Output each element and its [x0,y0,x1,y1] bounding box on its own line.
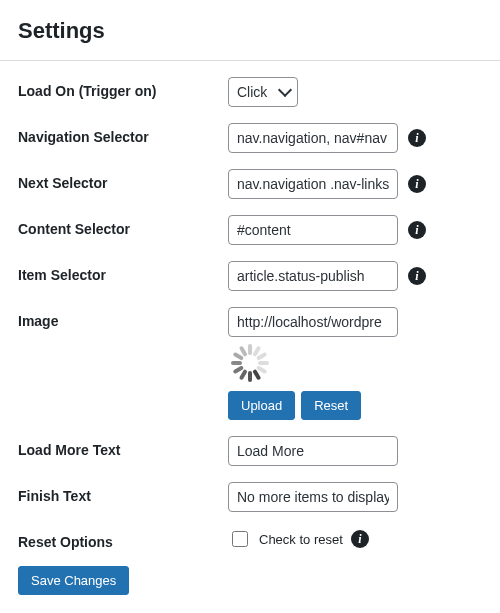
reset-checkbox-label: Check to reset [259,532,343,547]
label-content-selector: Content Selector [18,215,228,237]
load-more-text-input[interactable] [228,436,398,466]
row-navigation-selector: Navigation Selector i [18,123,482,153]
row-item-selector: Item Selector i [18,261,482,291]
loading-spinner-icon [230,343,270,383]
row-reset-options: Reset Options Check to reset i [18,528,482,550]
row-next-selector: Next Selector i [18,169,482,199]
content-selector-input[interactable] [228,215,398,245]
divider [0,60,500,61]
load-on-select[interactable]: Click [228,77,298,107]
reset-image-button[interactable]: Reset [301,391,361,420]
label-reset-options: Reset Options [18,528,228,550]
info-icon[interactable]: i [408,221,426,239]
label-next-selector: Next Selector [18,169,228,191]
row-finish-text: Finish Text [18,482,482,512]
row-image: Image Upload Reset [18,307,482,420]
label-load-more-text: Load More Text [18,436,228,458]
label-navigation-selector: Navigation Selector [18,123,228,145]
item-selector-input[interactable] [228,261,398,291]
row-content-selector: Content Selector i [18,215,482,245]
save-changes-button[interactable]: Save Changes [18,566,129,595]
load-on-select-wrap: Click [228,77,298,107]
finish-text-input[interactable] [228,482,398,512]
label-finish-text: Finish Text [18,482,228,504]
row-load-on: Load On (Trigger on) Click [18,77,482,107]
label-image: Image [18,307,228,329]
image-url-input[interactable] [228,307,398,337]
row-load-more-text: Load More Text [18,436,482,466]
reset-checkbox[interactable] [232,531,248,547]
page-title: Settings [18,18,482,44]
info-icon[interactable]: i [408,175,426,193]
navigation-selector-input[interactable] [228,123,398,153]
next-selector-input[interactable] [228,169,398,199]
info-icon[interactable]: i [408,129,426,147]
label-load-on: Load On (Trigger on) [18,77,228,99]
info-icon[interactable]: i [351,530,369,548]
info-icon[interactable]: i [408,267,426,285]
upload-button[interactable]: Upload [228,391,295,420]
label-item-selector: Item Selector [18,261,228,283]
